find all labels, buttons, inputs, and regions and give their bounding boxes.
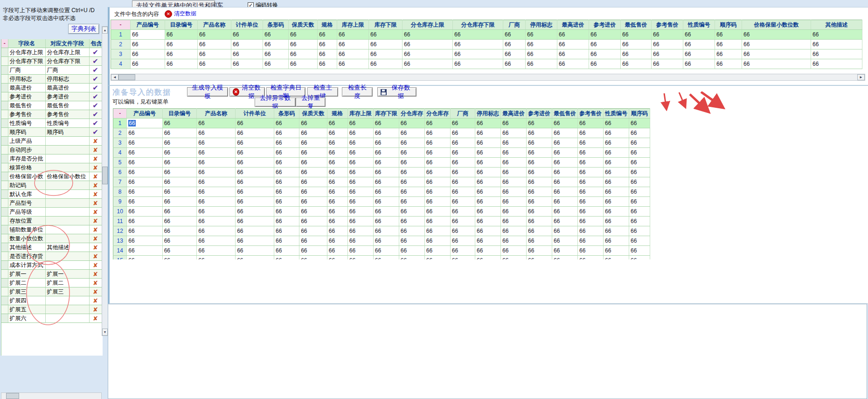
file-field-cell[interactable] xyxy=(45,314,89,323)
data-cell[interactable]: 66 xyxy=(578,119,604,128)
data-cell[interactable]: 66 xyxy=(552,177,578,187)
data-cell[interactable]: 66 xyxy=(327,207,347,217)
data-cell[interactable]: 66 xyxy=(403,30,453,40)
field-name-cell[interactable]: 核算价格 xyxy=(8,163,45,172)
data-cell[interactable]: 66 xyxy=(198,30,231,40)
included-cell[interactable] xyxy=(89,296,102,305)
field-name-cell[interactable]: 产品型号 xyxy=(8,199,45,208)
data-cell[interactable]: 66 xyxy=(621,30,652,40)
data-cell[interactable]: 66 xyxy=(236,226,274,236)
field-name-cell[interactable]: 是否进行存货 xyxy=(8,252,45,261)
scroll-left-icon[interactable] xyxy=(111,74,118,80)
data-cell[interactable]: 66 xyxy=(373,177,399,187)
data-cell[interactable]: 66 xyxy=(578,246,604,256)
row-selector-cell[interactable] xyxy=(1,217,8,225)
column-header[interactable]: - xyxy=(1,39,8,48)
data-cell[interactable]: 66 xyxy=(198,59,231,69)
data-cell[interactable]: 66 xyxy=(197,246,236,256)
data-cell[interactable]: 66 xyxy=(552,217,578,226)
included-cell[interactable] xyxy=(89,261,102,270)
field-name-cell[interactable]: 性质编号 xyxy=(8,119,45,128)
data-cell[interactable]: 66 xyxy=(552,148,578,158)
data-cell[interactable]: 66 xyxy=(327,256,347,260)
field-name-cell[interactable]: 参考进价 xyxy=(8,92,45,101)
data-cell[interactable]: 66 xyxy=(450,217,475,226)
data-cell[interactable]: 66 xyxy=(299,148,327,158)
data-cell[interactable]: 66 xyxy=(274,256,299,260)
file-field-cell[interactable]: 顺序码 xyxy=(45,128,89,137)
data-cell[interactable]: 66 xyxy=(399,119,424,128)
column-header[interactable]: 计件单位 xyxy=(236,109,274,119)
data-cell[interactable]: 66 xyxy=(527,207,552,217)
row-selector-cell[interactable] xyxy=(1,172,8,181)
row-number-cell[interactable]: 13 xyxy=(113,236,127,246)
data-cell[interactable]: 66 xyxy=(475,168,501,177)
data-cell[interactable]: 66 xyxy=(162,207,197,217)
data-cell[interactable]: 66 xyxy=(399,236,424,246)
data-cell[interactable]: 66 xyxy=(399,207,424,217)
data-cell[interactable]: 66 xyxy=(373,197,399,207)
data-cell[interactable]: 66 xyxy=(327,177,347,187)
data-cell[interactable]: 66 xyxy=(715,30,742,40)
file-field-cell[interactable]: 扩展三 xyxy=(45,287,89,296)
fields-horizontal-scrollbar[interactable] xyxy=(1,392,102,399)
data-cell[interactable]: 66 xyxy=(327,158,347,168)
data-cell[interactable]: 66 xyxy=(399,197,424,207)
data-cell[interactable]: 66 xyxy=(347,119,373,128)
data-cell[interactable]: 66 xyxy=(552,207,578,217)
generate-template-button[interactable]: 生成导入模板 xyxy=(187,87,228,97)
data-cell[interactable]: 66 xyxy=(501,177,527,187)
data-cell[interactable]: 66 xyxy=(503,30,526,40)
data-cell[interactable]: 66 xyxy=(453,59,503,69)
data-cell[interactable]: 66 xyxy=(578,207,604,217)
data-cell[interactable]: 66 xyxy=(652,59,683,69)
data-cell[interactable]: 66 xyxy=(263,49,289,59)
field-name-cell[interactable]: 数量小数位数 xyxy=(8,234,45,243)
file-field-cell[interactable] xyxy=(45,225,89,234)
column-header[interactable]: 停用标志 xyxy=(526,20,557,30)
data-cell[interactable]: 66 xyxy=(578,256,604,260)
data-cell[interactable]: 66 xyxy=(629,217,650,226)
data-cell[interactable]: 66 xyxy=(475,217,501,226)
data-cell[interactable]: 66 xyxy=(629,236,650,246)
data-cell[interactable]: 66 xyxy=(501,138,527,148)
data-cell[interactable]: 66 xyxy=(162,168,197,177)
data-cell[interactable]: 66 xyxy=(274,226,299,236)
data-cell[interactable]: 66 xyxy=(197,207,236,217)
row-selector-cell[interactable] xyxy=(1,270,8,279)
data-cell[interactable]: 66 xyxy=(578,138,604,148)
data-cell[interactable]: 66 xyxy=(327,138,347,148)
data-cell[interactable]: 66 xyxy=(501,168,527,177)
column-header[interactable]: 厂商 xyxy=(450,109,475,119)
included-cell[interactable] xyxy=(89,57,102,66)
row-selector-cell[interactable] xyxy=(1,234,8,243)
data-cell[interactable]: 66 xyxy=(552,158,578,168)
data-cell[interactable]: 66 xyxy=(131,59,165,69)
field-name-cell[interactable]: 扩展四 xyxy=(8,296,45,305)
data-cell[interactable]: 66 xyxy=(347,256,373,260)
data-cell[interactable]: 66 xyxy=(715,40,742,49)
field-name-cell[interactable]: 厂商 xyxy=(8,66,45,75)
included-cell[interactable] xyxy=(89,314,102,323)
data-cell[interactable]: 66 xyxy=(501,128,527,138)
data-cell[interactable]: 66 xyxy=(552,119,578,128)
field-name-cell[interactable]: 其他描述 xyxy=(8,243,45,252)
data-cell[interactable]: 66 xyxy=(683,40,715,49)
data-cell[interactable]: 66 xyxy=(162,119,197,128)
data-cell[interactable]: 66 xyxy=(347,128,373,138)
data-cell[interactable]: 66 xyxy=(299,217,327,226)
data-cell[interactable]: 66 xyxy=(327,236,347,246)
data-cell[interactable]: 66 xyxy=(327,128,347,138)
data-cell[interactable]: 66 xyxy=(527,138,552,148)
row-number-cell[interactable]: 12 xyxy=(113,226,127,236)
column-header[interactable]: 产品编号 xyxy=(127,109,162,119)
data-cell[interactable]: 66 xyxy=(811,30,862,40)
data-cell[interactable]: 66 xyxy=(373,158,399,168)
field-name-cell[interactable]: 产品等级 xyxy=(8,208,45,217)
data-cell[interactable]: 66 xyxy=(629,226,650,236)
data-cell[interactable]: 66 xyxy=(604,148,629,158)
data-cell[interactable]: 66 xyxy=(127,158,162,168)
data-cell[interactable]: 66 xyxy=(274,119,299,128)
data-cell[interactable]: 66 xyxy=(373,138,399,148)
data-cell[interactable]: 66 xyxy=(299,246,327,256)
